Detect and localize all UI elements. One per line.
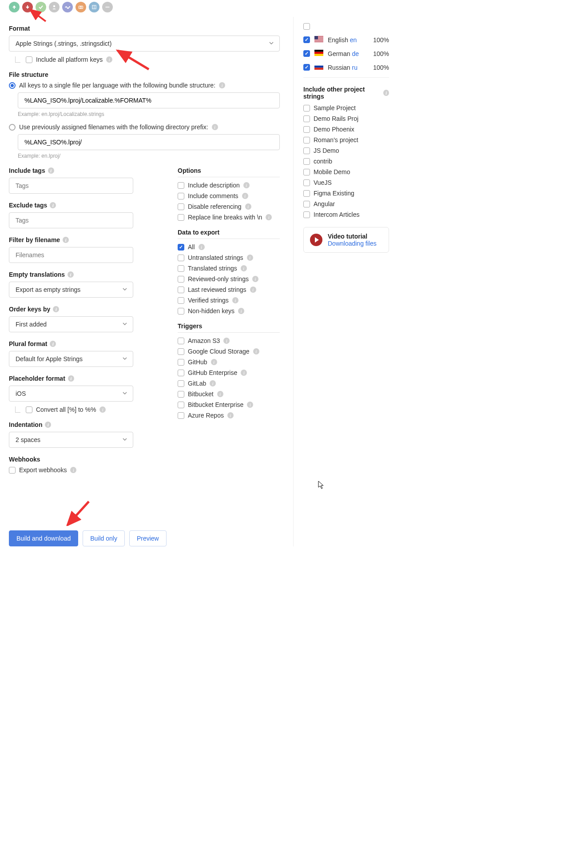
- info-icon[interactable]: [227, 412, 234, 418]
- data-export-checkbox[interactable]: [178, 297, 184, 304]
- info-icon[interactable]: [63, 237, 69, 243]
- info-icon[interactable]: [53, 306, 59, 312]
- info-icon[interactable]: [99, 406, 106, 413]
- filter-filename-input[interactable]: [9, 247, 133, 263]
- build-and-download-button[interactable]: Build and download: [9, 530, 78, 546]
- data-export-checkbox[interactable]: [178, 287, 184, 293]
- data-export-checkbox[interactable]: [178, 308, 184, 315]
- other-project-checkbox[interactable]: [303, 147, 310, 154]
- preview-button[interactable]: Preview: [129, 530, 167, 546]
- info-icon[interactable]: [247, 402, 253, 408]
- info-icon[interactable]: [210, 380, 216, 386]
- info-icon[interactable]: [243, 182, 250, 188]
- info-icon[interactable]: [68, 375, 74, 382]
- info-icon[interactable]: [242, 193, 248, 199]
- language-checkbox[interactable]: [303, 50, 310, 57]
- data-export-checkbox[interactable]: [178, 276, 184, 283]
- wave-icon[interactable]: [62, 2, 73, 12]
- plural-format-select[interactable]: Default for Apple Strings: [9, 351, 133, 367]
- file-structure-single-radio[interactable]: [9, 82, 16, 89]
- trigger-checkbox[interactable]: [178, 391, 184, 398]
- other-project-checkbox[interactable]: [303, 105, 310, 111]
- option-checkbox[interactable]: [178, 203, 184, 210]
- language-checkbox[interactable]: [303, 36, 310, 43]
- info-icon[interactable]: [106, 56, 112, 63]
- info-icon[interactable]: [238, 308, 244, 314]
- placeholder-format-select[interactable]: iOS: [9, 386, 133, 402]
- info-icon[interactable]: [50, 202, 56, 208]
- info-icon[interactable]: [266, 214, 272, 220]
- other-project-checkbox[interactable]: [303, 115, 310, 122]
- language-checkbox[interactable]: [303, 64, 310, 71]
- other-project-checkbox[interactable]: [303, 169, 310, 175]
- other-project-checkbox[interactable]: [303, 201, 310, 207]
- info-icon[interactable]: [45, 422, 51, 428]
- info-icon[interactable]: [252, 276, 258, 282]
- directory-prefix-input[interactable]: [18, 134, 280, 150]
- other-project-checkbox[interactable]: [303, 158, 310, 165]
- file-structure-prev-radio[interactable]: [9, 124, 16, 131]
- select-all-languages-checkbox[interactable]: [303, 23, 310, 30]
- info-icon[interactable]: [68, 271, 74, 278]
- down-arrow-icon[interactable]: [22, 2, 33, 12]
- option-checkbox[interactable]: [178, 193, 184, 199]
- info-icon[interactable]: [217, 391, 223, 397]
- info-icon[interactable]: [250, 287, 256, 293]
- info-icon[interactable]: [219, 82, 225, 88]
- other-project-checkbox[interactable]: [303, 179, 310, 186]
- trigger-checkbox[interactable]: [178, 348, 184, 355]
- up-arrow-icon[interactable]: [9, 2, 20, 12]
- convert-percent-checkbox[interactable]: [26, 406, 32, 413]
- info-icon[interactable]: [241, 370, 247, 376]
- other-project-checkbox[interactable]: [303, 137, 310, 143]
- check-icon[interactable]: [36, 2, 46, 12]
- tutorial-link[interactable]: Downloading files: [328, 240, 377, 247]
- trigger-checkbox[interactable]: [178, 370, 184, 376]
- more-icon[interactable]: [102, 2, 113, 12]
- trigger-checkbox[interactable]: [178, 402, 184, 408]
- info-icon[interactable]: [245, 203, 251, 210]
- info-icon[interactable]: [211, 359, 217, 365]
- format-select[interactable]: Apple Strings (.strings, .stringsdict): [9, 36, 280, 52]
- info-icon[interactable]: [253, 348, 259, 354]
- trigger-checkbox[interactable]: [178, 338, 184, 344]
- option-checkbox[interactable]: [178, 182, 184, 189]
- bundle-structure-input[interactable]: [18, 92, 280, 108]
- build-only-button[interactable]: Build only: [83, 530, 125, 546]
- empty-translations-label: Empty translations: [9, 271, 65, 278]
- empty-translations-select[interactable]: Export as empty strings: [9, 282, 133, 298]
- order-keys-select[interactable]: First added: [9, 316, 133, 332]
- data-export-checkbox[interactable]: [178, 255, 184, 261]
- book-icon[interactable]: [89, 2, 99, 12]
- info-icon[interactable]: [212, 124, 218, 130]
- info-icon[interactable]: [241, 265, 247, 271]
- info-icon[interactable]: [223, 338, 230, 344]
- exclude-tags-input[interactable]: [9, 212, 133, 228]
- other-project-checkbox[interactable]: [303, 211, 310, 218]
- person-icon[interactable]: [49, 2, 60, 12]
- include-tags-input[interactable]: [9, 178, 133, 194]
- other-project-checkbox[interactable]: [303, 126, 310, 133]
- info-icon[interactable]: [199, 244, 205, 250]
- trigger-checkbox[interactable]: [178, 359, 184, 366]
- info-icon[interactable]: [48, 167, 54, 174]
- info-icon[interactable]: [247, 255, 253, 261]
- data-export-checkbox[interactable]: [178, 244, 184, 251]
- flag-icon: [314, 36, 323, 44]
- trigger-checkbox[interactable]: [178, 380, 184, 387]
- video-tutorial-card[interactable]: Video tutorial Downloading files: [303, 227, 389, 253]
- export-webhooks-checkbox[interactable]: [9, 467, 16, 474]
- other-project-checkbox[interactable]: [303, 190, 310, 197]
- option-checkbox[interactable]: [178, 214, 184, 221]
- info-icon[interactable]: [70, 467, 76, 473]
- indentation-select[interactable]: 2 spaces: [9, 432, 133, 448]
- data-export-checkbox[interactable]: [178, 265, 184, 272]
- info-icon[interactable]: [383, 90, 389, 96]
- indentation-value: 2 spaces: [16, 436, 40, 443]
- info-icon[interactable]: [50, 341, 56, 347]
- other-project-row: Demo Phoenix: [303, 126, 389, 133]
- info-icon[interactable]: [232, 297, 238, 303]
- camera-icon[interactable]: [75, 2, 86, 12]
- include-platform-keys-checkbox[interactable]: [26, 56, 32, 63]
- trigger-checkbox[interactable]: [178, 412, 184, 419]
